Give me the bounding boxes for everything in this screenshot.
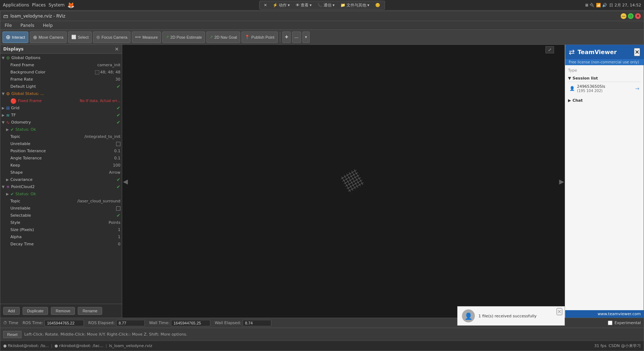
displays-tree[interactable]: ▼ ⚙ Global Options Fixed Frame camera_in… [0, 54, 122, 275]
pointcloud2-check[interactable]: ✔ [116, 184, 120, 190]
add-btn[interactable]: Add [3, 307, 20, 315]
covariance-check[interactable]: ✔ [116, 177, 120, 183]
angle-tolerance-value[interactable]: 0.1 [114, 155, 121, 162]
displays-panel-buttons: Add Duplicate Remove Rename [0, 304, 122, 318]
toolbar-interact-btn[interactable]: ⊕ Interact [3, 32, 28, 43]
pointcloud2-status-expander[interactable]: ▶ [6, 191, 10, 197]
tf-check[interactable]: ✔ [116, 112, 120, 119]
odometry-unreliable-check[interactable] [116, 142, 120, 146]
reset-btn[interactable]: Reset [3, 331, 22, 338]
experimental-checkbox[interactable] [608, 321, 612, 325]
tv-chat-header[interactable]: ▶ Chat [568, 97, 641, 104]
pc2-decay-value[interactable]: 0 [118, 241, 120, 247]
os-file-btn[interactable]: 📁 文件与其他 ▾ [338, 2, 372, 9]
toolbar-focus-camera-btn[interactable]: ◎ Focus Camera [93, 32, 130, 43]
bottom-separator-1: | [51, 343, 52, 348]
viewport-expand-btn[interactable]: ⤢ [545, 46, 554, 53]
toolbar-2d-pose-btn[interactable]: ↗ 2D Pose Estimate [162, 32, 205, 43]
odometry-expander[interactable]: ▼ [2, 119, 6, 126]
os-action-btn[interactable]: ⚡ 动作 ▾ [271, 2, 292, 9]
tree-grid[interactable]: ▶ ⊞ Grid ✔ [0, 105, 122, 112]
tree-global-options[interactable]: ▼ ⚙ Global Options [0, 54, 122, 62]
tf-expander[interactable]: ▶ [2, 112, 6, 119]
menu-file[interactable]: File [3, 22, 13, 29]
pc2-topic-value[interactable]: /laser_cloud_surround [77, 198, 120, 205]
duplicate-btn[interactable]: Duplicate [23, 307, 48, 315]
odometry-status-label: Status: Ok [15, 126, 120, 133]
tree-global-status[interactable]: ▼ ⚙ Global Status: ... [0, 90, 122, 97]
tree-pointcloud2[interactable]: ▼ ✳ PointCloud2 ✔ [0, 183, 122, 191]
tv-close-btn[interactable]: ✕ [634, 48, 640, 56]
odometry-check[interactable]: ✔ [116, 119, 120, 126]
toolbar-2d-nav-btn[interactable]: ↗ 2D Nav Goal [206, 32, 240, 43]
frame-rate-value[interactable]: 30 [115, 76, 120, 83]
menu-panels[interactable]: Panels [19, 22, 36, 29]
os-app-places[interactable]: Places [32, 3, 46, 8]
pc2-selectable-check[interactable]: ✔ [116, 212, 120, 219]
viewport-arrow-left[interactable]: ◀ [123, 178, 128, 185]
tv-link[interactable]: www.teamviewer.com [597, 312, 641, 316]
focus-camera-icon: ◎ [96, 35, 100, 39]
wall-time-input[interactable] [171, 320, 210, 326]
covariance-expander[interactable]: ▶ [6, 177, 10, 183]
bg-color-value[interactable]: 48; 48; 48 [100, 69, 120, 76]
move-camera-label: Move Camera [39, 35, 63, 39]
default-light-check[interactable]: ✔ [116, 83, 120, 90]
plus-icon: ✚ [285, 35, 288, 39]
tv-session-header[interactable]: ▼ Session list [568, 75, 641, 82]
fixed-frame-value[interactable]: camera_init [97, 62, 120, 68]
menu-help[interactable]: Help [42, 22, 54, 29]
global-options-expander[interactable]: ▼ [2, 55, 6, 61]
wall-elapsed-field: Wall Elapsed: [215, 320, 271, 326]
shape-value[interactable]: Arrow [109, 169, 120, 176]
pc2-style-value[interactable]: Points [109, 220, 120, 226]
os-comm-btn[interactable]: 📞 通信 ▾ [315, 2, 337, 9]
publish-point-icon: 📍 [245, 35, 250, 39]
keep-value[interactable]: 100 [113, 162, 120, 169]
tree-tf[interactable]: ▶ ≋ TF ✔ [0, 112, 122, 119]
rviz-maximize-btn[interactable]: □ [628, 13, 634, 19]
toolbar-plus-btn[interactable]: ✚ [282, 32, 291, 43]
file-notif-close-btn[interactable]: ✕ [557, 308, 562, 315]
toolbar-select-btn[interactable]: ⬜ Select [68, 32, 92, 43]
pointcloud2-expander[interactable]: ▼ [2, 184, 6, 190]
rviz-toolbar: ⊕ Interact ⊕ Move Camera ⬜ Select ◎ Focu… [0, 30, 644, 45]
pc2-unreliable-check[interactable] [116, 206, 120, 211]
odometry-topic-value[interactable]: /integrated_to_init [84, 134, 120, 140]
toolbar-minus-btn[interactable]: — [292, 32, 301, 43]
rename-btn[interactable]: Rename [78, 307, 102, 315]
pc2-size-value[interactable]: 1 [118, 227, 120, 233]
tree-covariance[interactable]: ▶ Covariance ✔ [0, 176, 122, 183]
os-view-btn[interactable]: 👁 查看 ▾ [294, 2, 314, 9]
wall-elapsed-input[interactable] [243, 320, 271, 326]
ros-time-input[interactable] [44, 320, 84, 326]
viewport-arrow-right[interactable]: ▶ [559, 178, 564, 185]
os-app-applications[interactable]: Applications [3, 3, 29, 8]
toolbar-move-camera-btn[interactable]: ⊕ Move Camera [30, 32, 67, 43]
viewport[interactable]: ◀ [122, 45, 565, 318]
remove-btn[interactable]: Remove [51, 307, 75, 315]
rviz-main-content: Displays ✕ ▼ ⚙ Global Options Fixed Fram… [0, 45, 644, 318]
rviz-close-btn[interactable]: ✕ [635, 13, 641, 19]
rviz-minimize-btn[interactable]: — [621, 13, 626, 19]
toolbar-publish-point-btn[interactable]: 📍 Publish Point [242, 32, 277, 43]
ros-time-field: ROS Time: [23, 320, 84, 326]
grid-expander[interactable]: ▶ [2, 105, 6, 111]
toolbar-dropdown-btn[interactable]: ▾ [302, 32, 310, 43]
tv-link-bar[interactable]: www.teamviewer.com [565, 310, 644, 318]
odometry-status-expander[interactable]: ▶ [6, 126, 10, 133]
tree-odometry[interactable]: ▼ ∿ Odometry ✔ [0, 119, 122, 126]
displays-panel-close-btn[interactable]: ✕ [115, 46, 119, 52]
tv-session-list-label: Session list [572, 76, 598, 81]
pc2-alpha-value[interactable]: 1 [118, 234, 120, 240]
toolbar-measure-btn[interactable]: ⟺ Measure [132, 32, 161, 43]
os-app-system[interactable]: System [48, 3, 65, 8]
grid-check[interactable]: ✔ [116, 105, 120, 111]
position-tolerance-value[interactable]: 0.1 [114, 148, 121, 154]
os-close-btn[interactable]: ✕ [262, 2, 269, 8]
os-emoji-btn[interactable]: 😊 [373, 2, 382, 8]
global-status-expander[interactable]: ▼ [2, 91, 6, 97]
pc2-decay-label: Decay Time [10, 241, 118, 247]
tv-session-item[interactable]: 👤 2496536505ls (195 104 202) → [568, 82, 641, 95]
ros-elapsed-input[interactable] [116, 320, 145, 326]
